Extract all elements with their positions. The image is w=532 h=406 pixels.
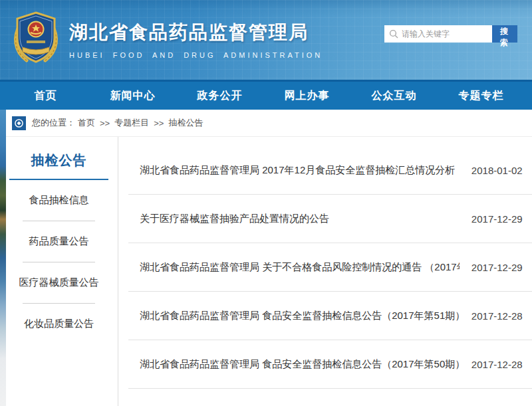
main-content: 抽检公告 食品抽检信息 药品质量公告 医疗器械质量公告 化妆品质量公告 湖北省食… (0, 137, 532, 406)
site-header: 湖北省食品药品监督管理局 HUBEI FOOD AND DRUG ADMINIS… (0, 0, 532, 80)
announcement-title-link[interactable]: 湖北省食品药品监督管理局 2017年12月食品安全监督抽检汇总情况分析 (140, 164, 455, 177)
nav-item-gov-affairs[interactable]: 政务公开 (176, 82, 263, 110)
nav-item-public-interaction[interactable]: 公众互动 (350, 82, 438, 110)
nav-item-news[interactable]: 新闻中心 (89, 82, 176, 110)
location-icon (12, 116, 26, 130)
list-item: 湖北省食品药品监督管理局 食品安全监督抽检信息公告（2017年第50期） 201… (128, 340, 532, 389)
announcement-date: 2018-01-02 (471, 165, 523, 176)
announcement-date: 2017-12-29 (471, 213, 523, 225)
sidebar-title: 抽检公告 (0, 146, 118, 179)
sidebar-item-medical-device-quality-notice[interactable]: 医疗器械质量公告 (0, 262, 118, 303)
breadcrumb-link-special-topics[interactable]: 专题栏目 (114, 117, 149, 129)
announcement-title-link[interactable]: 湖北省食品药品监督管理局 关于不合格食品风险控制情况的通告 （2017年第... (140, 261, 460, 274)
breadcrumb: 您的位置： 首页 >> 专题栏目 >> 抽检公告 (0, 110, 532, 137)
list-item: 关于医疗器械监督抽验产品处置情况的公告 2017-12-29 (128, 195, 532, 243)
announcement-title-link[interactable]: 湖北省食品药品监督管理局 食品安全监督抽检信息公告（2017年第51期） (140, 310, 460, 322)
agency-badge-logo-icon (12, 10, 60, 64)
list-item: 湖北省食品药品监督管理局 2017年12月食品安全监督抽检汇总情况分析 2018… (128, 146, 532, 195)
main-nav: 首页 新闻中心 政务公开 网上办事 公众互动 专题专栏 (0, 80, 532, 110)
nav-item-online-services[interactable]: 网上办事 (263, 82, 350, 110)
sidebar-item-food-sampling-info[interactable]: 食品抽检信息 (0, 180, 118, 221)
breadcrumb-link-home[interactable]: 首页 (78, 117, 95, 129)
list-item: 湖北省食品药品监督管理局 食品安全监督抽检信息公告（2017年第51期） 201… (128, 292, 532, 340)
breadcrumb-separator: >> (100, 118, 110, 128)
search-input[interactable] (384, 25, 492, 43)
sidebar: 抽检公告 食品抽检信息 药品质量公告 医疗器械质量公告 化妆品质量公告 (0, 137, 118, 406)
site-title: 湖北省食品药品监督管理局 (69, 20, 323, 45)
search-icon (389, 29, 398, 39)
breadcrumb-link-sampling-notices[interactable]: 抽检公告 (168, 117, 203, 129)
announcement-list: 湖北省食品药品监督管理局 2017年12月食品安全监督抽检汇总情况分析 2018… (118, 137, 532, 406)
announcement-date: 2017-12-28 (471, 310, 523, 322)
announcement-title-link[interactable]: 关于医疗器械监督抽验产品处置情况的公告 (140, 213, 329, 225)
breadcrumb-label: 您的位置： (32, 117, 75, 129)
site-subtitle: HUBEI FOOD AND DRUG ADMINISTRATION (69, 51, 323, 59)
sidebar-item-drug-quality-notice[interactable]: 药品质量公告 (0, 221, 118, 262)
site-title-block: 湖北省食品药品监督管理局 HUBEI FOOD AND DRUG ADMINIS… (69, 20, 323, 59)
list-item: 湖北省食品药品监督管理局 关于不合格食品风险控制情况的通告 （2017年第...… (128, 243, 532, 292)
left-edge-photo-strip (0, 110, 6, 406)
announcement-date: 2017-12-29 (471, 262, 523, 273)
announcement-title-link[interactable]: 湖北省食品药品监督管理局 食品安全监督抽检信息公告（2017年第50期） (140, 358, 460, 371)
sidebar-item-cosmetics-quality-notice[interactable]: 化妆品质量公告 (0, 304, 118, 344)
search-bar: 搜 索 (384, 25, 517, 43)
nav-item-home[interactable]: 首页 (2, 82, 89, 110)
announcement-date: 2017-12-28 (471, 359, 523, 370)
nav-item-special-topics[interactable]: 专题专栏 (438, 82, 525, 110)
breadcrumb-separator: >> (154, 118, 164, 128)
search-button[interactable]: 搜 索 (492, 25, 517, 43)
